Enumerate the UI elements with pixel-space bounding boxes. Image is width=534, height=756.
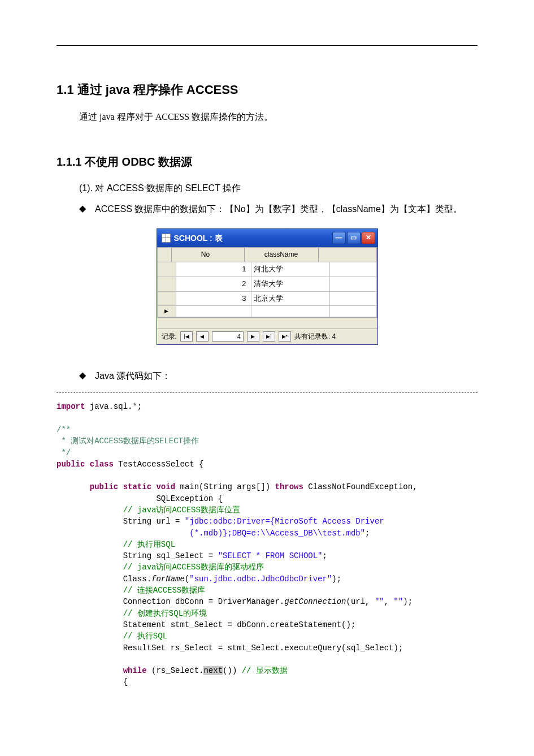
comment-line: // 显示数据 [242, 666, 288, 675]
data-grid: No className 1 河北大学 2 清华大学 3 北京大学 [157, 247, 377, 318]
comment-line: // java访问ACCESS数据库的驱动程序 [123, 563, 264, 572]
col-header-no[interactable]: No [172, 248, 245, 262]
table-row[interactable]: 2 清华大学 [158, 277, 377, 292]
nav-last-button[interactable]: ▶| [263, 331, 275, 342]
heading-1-1-1: 1.1.1 不使用 ODBC 数据源 [57, 153, 477, 171]
table-row-new[interactable] [158, 306, 377, 317]
cell-classname[interactable]: 河北大学 [251, 262, 330, 277]
cell-no[interactable]: 2 [176, 277, 251, 291]
row-selector[interactable] [158, 277, 176, 291]
row-selector[interactable] [158, 292, 176, 306]
close-button[interactable]: ✕ [362, 232, 375, 244]
javadoc-line: * 测试对ACCESS数据库的SELECT操作 [57, 437, 199, 446]
cell-no-empty[interactable] [176, 306, 251, 316]
comment-line: // 执行用SQL [123, 540, 175, 549]
cell-no[interactable]: 1 [176, 262, 251, 277]
highlighted-text: next [203, 666, 223, 675]
grid-spacer [157, 318, 377, 329]
dashed-separator [57, 392, 477, 393]
nav-total-label: 共有记录数: 4 [294, 331, 336, 342]
intro-para: 通过 java 程序对于 ACCESS 数据库操作的方法。 [79, 110, 477, 124]
selector-header [158, 248, 172, 262]
record-navigator: 记录: |◀ ◀ 4 ▶ ▶| ▶* 共有记录数: 4 [157, 329, 377, 344]
bullet-text-1: ACCESS 数据库中的数据如下：【No】为【数字】类型，【className】… [95, 201, 477, 218]
cell-classname[interactable]: 北京大学 [251, 292, 330, 306]
comment-line: // 连接ACCESS数据库 [123, 586, 206, 595]
nav-current-record[interactable]: 4 [212, 331, 244, 342]
bullet-item-access-data: ◆ ACCESS 数据库中的数据如下：【No】为【数字】类型，【classNam… [79, 201, 477, 218]
nav-next-button[interactable]: ▶ [247, 331, 259, 342]
nav-new-button[interactable]: ▶* [279, 331, 291, 342]
table-row[interactable]: 3 北京大学 [158, 292, 377, 306]
java-code-block: import java.sql.*; /** * 测试对ACCESS数据库的SE… [57, 401, 477, 688]
row-selector[interactable] [158, 262, 176, 277]
cell-classname[interactable]: 清华大学 [251, 277, 330, 291]
grid-header-row: No className [158, 248, 377, 262]
current-row-indicator-icon[interactable] [158, 306, 176, 316]
access-table-window: SCHOOL : 表 — ▭ ✕ No className 1 河北大学 [157, 228, 378, 345]
window-titlebar: SCHOOL : 表 — ▭ ✕ [157, 229, 377, 247]
cell-no[interactable]: 3 [176, 292, 251, 306]
nav-prev-button[interactable]: ◀ [196, 331, 209, 342]
maximize-button[interactable]: ▭ [347, 232, 361, 244]
nav-first-button[interactable]: |◀ [180, 331, 193, 342]
table-icon [162, 234, 171, 243]
table-row[interactable]: 1 河北大学 [158, 262, 377, 277]
col-header-empty [319, 248, 377, 262]
window-title: SCHOOL : 表 [174, 232, 223, 244]
page-header-rule [57, 45, 477, 46]
cell-classname-empty[interactable] [251, 306, 330, 316]
bullet-text-2: Java 源代码如下： [95, 368, 477, 385]
string-literal: "sun.jdbc.odbc.JdbcOdbcDriver" [189, 574, 332, 584]
string-literal: "jdbc:odbc:Driver={MicroSoft Access Driv… [185, 517, 384, 526]
string-literal: "SELECT * FROM SCHOOL" [218, 551, 323, 560]
comment-line: // java访问ACCESS数据库位置 [123, 506, 240, 515]
document-page: 1.1 通过 java 程序操作 ACCESS 通过 java 程序对于 ACC… [0, 0, 534, 722]
minimize-button[interactable]: — [332, 232, 346, 244]
diamond-bullet-icon: ◆ [79, 201, 86, 217]
nav-label: 记录: [162, 331, 177, 342]
bullet-item-java-source: ◆ Java 源代码如下： [79, 368, 477, 385]
col-header-classname[interactable]: className [245, 248, 319, 262]
numbered-item-1: (1). 对 ACCESS 数据库的 SELECT 操作 [79, 181, 477, 196]
keyword-import: import [57, 402, 85, 411]
diamond-bullet-icon: ◆ [79, 368, 86, 384]
javadoc-line: */ [57, 448, 71, 457]
string-literal: (*.mdb)};DBQ=e:\\Access_DB\\test.mdb" [189, 529, 365, 538]
comment-line: // 执行SQL [123, 632, 167, 641]
heading-1-1: 1.1 通过 java 程序操作 ACCESS [57, 80, 477, 100]
javadoc-line: /** [57, 425, 71, 434]
comment-line: // 创建执行SQL的环境 [123, 609, 207, 618]
